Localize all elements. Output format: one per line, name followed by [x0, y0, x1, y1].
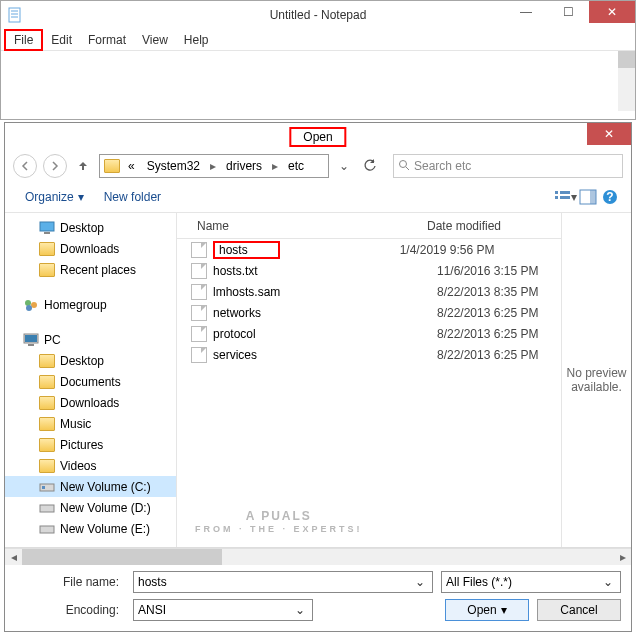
preview-pane-button[interactable]: [577, 186, 599, 208]
open-button[interactable]: Open▾: [445, 599, 529, 621]
filetype-select[interactable]: All Files (*.*)⌄: [441, 571, 621, 593]
svg-rect-8: [555, 196, 558, 199]
file-date: 8/22/2013 8:35 PM: [427, 285, 561, 299]
dialog-body: Desktop Downloads Recent places Homegrou…: [5, 213, 631, 548]
tree-pc-music[interactable]: Music: [5, 413, 176, 434]
cancel-button[interactable]: Cancel: [537, 599, 621, 621]
refresh-button[interactable]: [359, 154, 381, 178]
maximize-button[interactable]: ☐: [547, 1, 589, 23]
search-input[interactable]: Search etc: [393, 154, 623, 178]
file-row[interactable]: services8/22/2013 6:25 PM: [177, 344, 561, 365]
address-bar[interactable]: « System32 ▸ drivers ▸ etc: [99, 154, 329, 178]
file-date: 8/22/2013 6:25 PM: [427, 348, 561, 362]
menu-format[interactable]: Format: [80, 31, 134, 49]
breadcrumb-etc[interactable]: etc: [284, 159, 308, 173]
scrollbar-thumb[interactable]: [22, 549, 222, 565]
nav-up-button[interactable]: [73, 156, 93, 176]
tree-downloads[interactable]: Downloads: [5, 238, 176, 259]
tree-pc-pictures[interactable]: Pictures: [5, 434, 176, 455]
col-name[interactable]: Name: [177, 219, 417, 233]
menu-view[interactable]: View: [134, 31, 176, 49]
file-row[interactable]: protocol8/22/2013 6:25 PM: [177, 323, 561, 344]
scroll-right-button[interactable]: ▸: [614, 549, 631, 565]
tree-pc-downloads[interactable]: Downloads: [5, 392, 176, 413]
menu-help[interactable]: Help: [176, 31, 217, 49]
svg-rect-9: [560, 196, 570, 199]
filename-label: File name:: [15, 575, 125, 589]
file-row[interactable]: lmhosts.sam8/22/2013 8:35 PM: [177, 281, 561, 302]
breadcrumb-system32[interactable]: System32: [143, 159, 204, 173]
tree-pc-videos[interactable]: Videos: [5, 455, 176, 476]
dialog-close-button[interactable]: ✕: [587, 123, 631, 145]
scrollbar-horizontal[interactable]: ◂ ▸: [5, 548, 631, 565]
file-area: Name Date modified hosts1/4/2019 9:56 PM…: [177, 213, 631, 547]
organize-button[interactable]: Organize▾: [15, 186, 94, 208]
address-dropdown[interactable]: ⌄: [335, 159, 353, 173]
tree-pc[interactable]: PC: [5, 329, 176, 350]
file-list[interactable]: Name Date modified hosts1/4/2019 9:56 PM…: [177, 213, 561, 547]
nav-row: « System32 ▸ drivers ▸ etc ⌄ Search etc: [5, 151, 631, 181]
notepad-titlebar[interactable]: Untitled - Notepad — ☐ ✕: [1, 1, 635, 29]
notepad-window: Untitled - Notepad — ☐ ✕ File Edit Forma…: [0, 0, 636, 120]
file-icon: [191, 305, 207, 321]
menu-edit[interactable]: Edit: [43, 31, 80, 49]
minimize-button[interactable]: —: [505, 1, 547, 23]
dialog-titlebar[interactable]: Open ✕: [5, 123, 631, 151]
breadcrumb-prefix: «: [124, 159, 139, 173]
menu-file[interactable]: File: [4, 29, 43, 51]
view-options-button[interactable]: ▾: [555, 186, 577, 208]
file-row[interactable]: hosts1/4/2019 9:56 PM: [177, 239, 561, 260]
nav-back-button[interactable]: [13, 154, 37, 178]
drive-icon: [39, 501, 55, 515]
nav-forward-button[interactable]: [43, 154, 67, 178]
folder-icon: [39, 354, 55, 368]
new-folder-button[interactable]: New folder: [94, 186, 171, 208]
tree-vol-e[interactable]: New Volume (E:): [5, 518, 176, 539]
tree-pc-documents[interactable]: Documents: [5, 371, 176, 392]
scrollbar-vertical[interactable]: [618, 51, 635, 111]
chevron-down-icon: ⌄: [600, 575, 616, 589]
file-row[interactable]: hosts.txt11/6/2016 3:15 PM: [177, 260, 561, 281]
file-date: 11/6/2016 3:15 PM: [427, 264, 561, 278]
svg-line-5: [406, 167, 409, 170]
column-headers[interactable]: Name Date modified: [177, 213, 561, 239]
folder-icon: [39, 242, 55, 256]
file-date: 8/22/2013 6:25 PM: [427, 327, 561, 341]
chevron-right-icon: ▸: [208, 159, 218, 173]
tree-recent[interactable]: Recent places: [5, 259, 176, 280]
notepad-menubar: File Edit Format View Help: [1, 29, 635, 51]
notepad-textarea[interactable]: [1, 51, 635, 111]
nav-tree[interactable]: Desktop Downloads Recent places Homegrou…: [5, 213, 177, 547]
folder-icon: [104, 159, 120, 173]
help-button[interactable]: ?: [599, 186, 621, 208]
tree-homegroup[interactable]: Homegroup: [5, 294, 176, 315]
tree-desktop[interactable]: Desktop: [5, 217, 176, 238]
notepad-icon: [7, 7, 23, 23]
notepad-title: Untitled - Notepad: [270, 8, 367, 22]
svg-rect-25: [40, 526, 54, 533]
tree-vol-d[interactable]: New Volume (D:): [5, 497, 176, 518]
col-date[interactable]: Date modified: [417, 219, 561, 233]
encoding-select[interactable]: ANSI⌄: [133, 599, 313, 621]
svg-rect-23: [42, 486, 45, 489]
breadcrumb-drivers[interactable]: drivers: [222, 159, 266, 173]
tree-vol-c[interactable]: New Volume (C:): [5, 476, 176, 497]
tree-pc-desktop[interactable]: Desktop: [5, 350, 176, 371]
chevron-right-icon: ▸: [270, 159, 280, 173]
filename-input[interactable]: hosts⌄: [133, 571, 433, 593]
file-name: networks: [213, 306, 427, 320]
file-icon: [191, 347, 207, 363]
preview-pane: No preview available.: [561, 213, 631, 547]
file-date: 8/22/2013 6:25 PM: [427, 306, 561, 320]
folder-icon: [39, 375, 55, 389]
svg-rect-24: [40, 505, 54, 512]
scrollbar-thumb[interactable]: [618, 51, 635, 68]
svg-point-16: [25, 300, 31, 306]
scroll-left-button[interactable]: ◂: [5, 549, 22, 565]
open-dialog: Open ✕ « System32 ▸ drivers ▸ etc ⌄ Sear…: [4, 122, 632, 632]
close-button[interactable]: ✕: [589, 1, 635, 23]
file-icon: [191, 284, 207, 300]
folder-icon: [39, 438, 55, 452]
svg-rect-14: [40, 222, 54, 231]
file-row[interactable]: networks8/22/2013 6:25 PM: [177, 302, 561, 323]
